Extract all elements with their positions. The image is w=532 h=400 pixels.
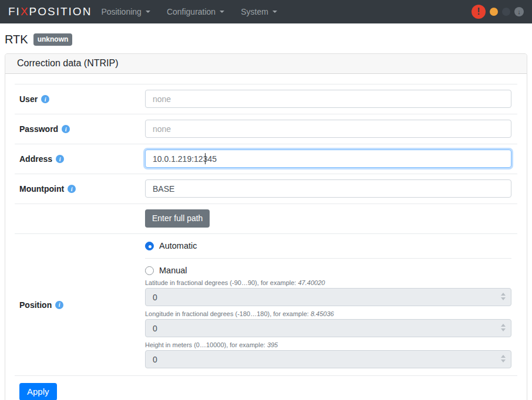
- apply-button[interactable]: Apply: [19, 383, 57, 400]
- position-row: Position i Automatic Manual Latitude in …: [15, 233, 517, 375]
- radio-button-icon[interactable]: [145, 242, 154, 250]
- height-field: [145, 350, 511, 368]
- number-spinner-icon[interactable]: [501, 355, 506, 362]
- full-path-row: Enter full path: [15, 204, 517, 233]
- nav-menu-positioning[interactable]: Positioning: [101, 7, 150, 16]
- position-label: Position: [19, 300, 52, 310]
- inactive-status-dot-icon: [502, 8, 510, 16]
- hint-text: Longitude in fractional degrees (-180…18…: [145, 310, 311, 317]
- height-hint: Height in meters (0…10000), for example:…: [145, 341, 511, 348]
- mountpoint-label: Mountpoint: [19, 184, 64, 194]
- text-cursor: [205, 153, 206, 164]
- user-label-col: User i: [15, 84, 145, 114]
- user-row: User i: [15, 84, 517, 114]
- ntrip-card: Correction data (NTRIP) User i Password …: [5, 53, 527, 400]
- hint-text: Latitude in fractional degrees (-90…90),…: [145, 279, 298, 286]
- latitude-input[interactable]: [145, 288, 511, 306]
- chevron-down-icon: [272, 11, 277, 13]
- radio-label: Manual: [159, 266, 187, 275]
- card-body: User i Password i Addr: [5, 74, 527, 400]
- address-input-col: [145, 144, 517, 174]
- mountpoint-input-col: [145, 174, 517, 204]
- full-path-button-col: Enter full path: [145, 204, 517, 233]
- info-icon[interactable]: i: [56, 155, 64, 163]
- address-label: Address: [19, 154, 52, 164]
- full-path-label-col: [15, 204, 145, 233]
- address-row: Address i: [15, 144, 517, 174]
- nav-label: Positioning: [101, 7, 142, 16]
- status-indicators: ! ↓: [472, 5, 524, 19]
- download-circle-icon[interactable]: ↓: [514, 7, 524, 16]
- info-icon[interactable]: i: [55, 301, 63, 309]
- logo-part1: FI: [8, 5, 21, 18]
- page-title-row: RTK unknown: [5, 33, 527, 46]
- mountpoint-row: Mountpoint i: [15, 174, 517, 204]
- nav-label: System: [241, 7, 268, 16]
- warning-status-dot-icon: [490, 8, 498, 16]
- info-icon[interactable]: i: [62, 125, 70, 133]
- user-label: User: [19, 94, 38, 104]
- top-navbar: FIXPOSITION Positioning Configuration Sy…: [0, 0, 532, 23]
- hint-text: Height in meters (0…10000), for example:: [145, 341, 267, 348]
- radio-label: Automatic: [159, 241, 197, 250]
- nav-menu-system[interactable]: System: [241, 7, 277, 16]
- page-title: RTK: [5, 33, 28, 46]
- info-icon[interactable]: i: [68, 185, 76, 193]
- apply-row: Apply: [15, 375, 517, 400]
- latitude-field: [145, 288, 511, 306]
- address-input[interactable]: [145, 150, 511, 168]
- number-spinner-icon[interactable]: [501, 293, 506, 300]
- logo-part2: POSITION: [29, 5, 92, 18]
- card-header: Correction data (NTRIP): [5, 54, 527, 74]
- password-row: Password i: [15, 114, 517, 144]
- radio-option-manual[interactable]: Manual: [145, 259, 511, 275]
- hint-example: 47.40020: [298, 279, 325, 286]
- longitude-field: [145, 319, 511, 337]
- position-label-col: Position i: [15, 234, 145, 375]
- latitude-hint: Latitude in fractional degrees (-90…90),…: [145, 279, 511, 286]
- longitude-hint: Longitude in fractional degrees (-180…18…: [145, 310, 511, 317]
- info-icon[interactable]: i: [41, 95, 49, 103]
- password-label: Password: [19, 124, 58, 134]
- hint-example: 8.45036: [311, 310, 334, 317]
- chevron-down-icon: [146, 11, 150, 13]
- mountpoint-input[interactable]: [145, 179, 511, 198]
- longitude-input[interactable]: [145, 319, 511, 337]
- position-options-col: Automatic Manual Latitude in fractional …: [145, 234, 517, 375]
- password-input[interactable]: [145, 120, 511, 138]
- chevron-down-icon: [220, 11, 224, 13]
- address-label-col: Address i: [15, 144, 145, 174]
- logo-x: X: [21, 5, 29, 18]
- hint-example: 395: [267, 341, 278, 348]
- error-alert-icon[interactable]: !: [472, 5, 486, 19]
- user-input-col: [145, 84, 517, 114]
- nav-label: Configuration: [167, 7, 216, 16]
- enter-full-path-button[interactable]: Enter full path: [145, 209, 210, 228]
- nav-menu-configuration[interactable]: Configuration: [167, 7, 224, 16]
- user-input[interactable]: [145, 90, 511, 108]
- fixposition-logo[interactable]: FIXPOSITION: [8, 5, 92, 18]
- radio-button-icon[interactable]: [145, 266, 154, 275]
- password-label-col: Password i: [15, 114, 145, 144]
- radio-option-automatic[interactable]: Automatic: [145, 241, 511, 258]
- mountpoint-label-col: Mountpoint i: [15, 174, 145, 204]
- status-badge: unknown: [33, 33, 73, 46]
- height-input[interactable]: [145, 350, 511, 368]
- number-spinner-icon[interactable]: [501, 324, 506, 331]
- page-content: RTK unknown Correction data (NTRIP) User…: [0, 23, 532, 400]
- password-input-col: [145, 114, 517, 144]
